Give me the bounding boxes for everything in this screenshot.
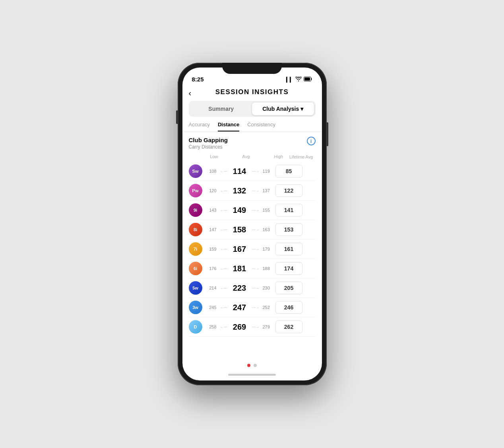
wifi-icon [295, 77, 302, 83]
club-badge-d: D [189, 320, 202, 334]
club-low-8i: 147 [205, 227, 217, 232]
club-low-sw: 108 [205, 169, 217, 174]
club-high-6i: 188 [263, 266, 274, 271]
club-low-6i: 176 [205, 266, 217, 271]
club-avg-5w: 223 [231, 284, 248, 293]
club-lifetime-box-sw: 85 [275, 165, 302, 178]
club-avg-6i: 181 [231, 264, 248, 273]
club-low-7i: 159 [205, 247, 217, 251]
info-button[interactable]: i [307, 137, 316, 145]
chevron-down-icon: ▾ [300, 106, 303, 112]
club-avg-d: 269 [231, 322, 248, 332]
subtab-distance[interactable]: Distance [218, 122, 239, 131]
club-row-8i: 8i 147 ←····· 158 ·····→ 163 153 [189, 220, 316, 239]
status-icons: ▎▎ [286, 77, 312, 83]
club-avg-7i: 167 [231, 245, 248, 254]
club-row-7i: 7i 159 ←····· 167 ·····→ 179 161 [189, 239, 316, 259]
club-high-sw: 119 [263, 169, 274, 174]
tab-club-analysis-inner: Club Analysis ▾ [252, 106, 314, 112]
club-dots-right-pw: ·····→ [248, 189, 263, 193]
club-high-pw: 137 [263, 188, 274, 193]
club-badge-sw: Sw [189, 164, 202, 178]
club-row-9i: 9i 143 ←····· 149 ·····→ 155 141 [189, 201, 316, 220]
signal-icon: ▎▎ [286, 77, 293, 83]
tab-club-analysis[interactable]: Club Analysis ▾ [252, 102, 314, 115]
club-badge-6i: 6i [189, 262, 202, 275]
club-avg-pw: 132 [231, 186, 248, 195]
column-headers: Low Avg High Lifetime Avg [182, 153, 322, 162]
club-lifetime-box-pw: 122 [275, 184, 302, 197]
page-dots [182, 361, 322, 369]
club-dots-left-5w: ←····· [217, 286, 231, 290]
club-dots-left-9i: ←····· [217, 208, 231, 212]
col-avg-label: Avg [237, 154, 255, 159]
club-lifetime-val-6i: 174 [284, 265, 293, 272]
club-row-5w: 5w 214 ←····· 223 ·····→ 230 205 [189, 278, 316, 298]
club-dots-left-3w: ←····· [217, 305, 231, 310]
club-avg-9i: 149 [231, 206, 248, 215]
club-avg-8i: 158 [231, 225, 248, 234]
club-dots-right-5w: ·····→ [248, 286, 263, 290]
club-lifetime-box-5w: 205 [275, 282, 302, 294]
back-button[interactable]: ‹ [189, 89, 192, 98]
col-high-label: High [274, 154, 285, 159]
club-lifetime-val-sw: 85 [286, 168, 292, 174]
club-lifetime-val-5w: 205 [284, 285, 293, 291]
tab-switcher: Summary Club Analysis ▾ [189, 101, 316, 117]
tab-summary[interactable]: Summary [190, 102, 252, 115]
club-badge-9i: 9i [189, 203, 202, 217]
dot-1[interactable] [247, 364, 250, 367]
club-low-pw: 120 [205, 188, 217, 193]
svg-rect-1 [304, 77, 310, 81]
notch [222, 63, 282, 74]
section-title: Club Gapping [189, 137, 228, 143]
page-title: SESSION INSIGHTS [215, 88, 289, 96]
club-row-6i: 6i 176 ←····· 181 ·····→ 188 174 [189, 259, 316, 278]
club-lifetime-val-pw: 122 [284, 187, 293, 194]
club-row-3w: 3w 245 ←····· 247 ·····→ 252 246 [189, 298, 316, 317]
club-dots-right-6i: ·····→ [248, 266, 263, 271]
club-dots-left-pw: ←····· [217, 189, 231, 193]
club-avg-sw: 114 [231, 167, 248, 176]
club-high-d: 279 [263, 324, 274, 329]
phone-shell: 8:25 ▎▎ [178, 63, 327, 385]
club-dots-right-9i: ·····→ [248, 208, 263, 212]
dot-2[interactable] [254, 364, 257, 367]
club-lifetime-box-9i: 141 [275, 204, 302, 216]
club-analysis-label: Club Analysis [262, 106, 299, 112]
club-low-d: 258 [205, 324, 217, 329]
club-high-5w: 230 [263, 286, 274, 290]
screen-content: ‹ SESSION INSIGHTS Summary Club Analysis… [182, 85, 322, 380]
section-title-group: Club Gapping Carry Distances [189, 137, 228, 150]
club-badge-3w: 3w [189, 301, 202, 314]
club-low-5w: 214 [205, 286, 217, 290]
club-lifetime-val-3w: 246 [284, 304, 293, 311]
sub-tabs: Accuracy Distance Consistency [182, 122, 322, 132]
club-badge-pw: Pw [189, 184, 202, 197]
section-subtitle: Carry Distances [189, 144, 228, 150]
subtab-accuracy[interactable]: Accuracy [189, 122, 210, 131]
club-dots-left-7i: ←····· [217, 247, 231, 251]
section-header: Club Gapping Carry Distances i [182, 137, 322, 153]
col-low-label: Low [207, 154, 218, 159]
club-dots-right-7i: ·····→ [248, 247, 263, 251]
club-high-9i: 155 [263, 208, 274, 212]
club-lifetime-val-d: 262 [284, 324, 293, 330]
club-lifetime-val-7i: 161 [284, 246, 293, 252]
club-dots-left-sw: ←····· [217, 169, 231, 174]
home-indicator [182, 369, 322, 380]
club-row-sw: Sw 108 ←····· 114 ·····→ 119 85 [189, 162, 316, 181]
club-row-pw: Pw 120 ←····· 132 ·····→ 137 122 [189, 181, 316, 201]
club-row-d: D 258 ←····· 269 ·····→ 279 262 [189, 317, 316, 337]
app-header: ‹ SESSION INSIGHTS [182, 85, 322, 101]
club-badge-8i: 8i [189, 223, 202, 236]
club-dots-right-3w: ·····→ [248, 305, 263, 310]
phone-screen: 8:25 ▎▎ [182, 68, 322, 380]
club-badge-7i: 7i [189, 242, 202, 256]
club-dots-right-sw: ·····→ [248, 169, 263, 174]
club-high-3w: 252 [263, 305, 274, 310]
subtab-consistency[interactable]: Consistency [247, 122, 275, 131]
club-lifetime-box-d: 262 [275, 321, 302, 333]
clubs-list: Sw 108 ←····· 114 ·····→ 119 85 Pw 120 ←… [182, 162, 322, 361]
club-dots-right-8i: ·····→ [248, 228, 263, 232]
